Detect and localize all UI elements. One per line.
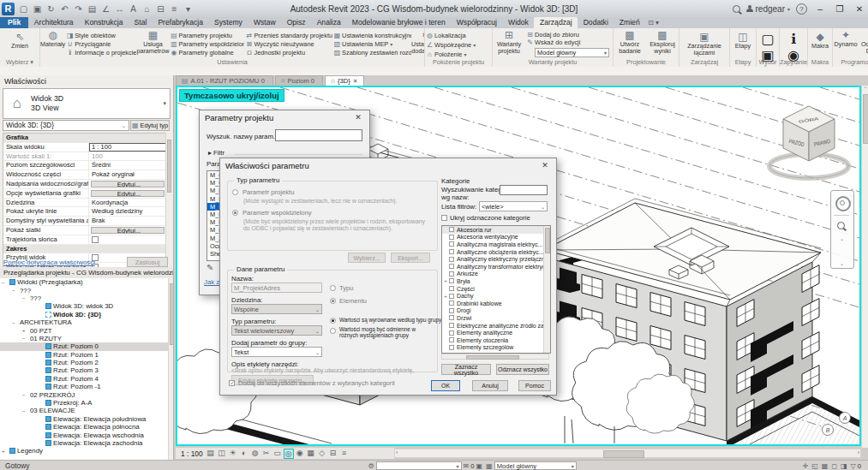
property-row[interactable]: Opcje wyświetlania grafiki Edytuj... xyxy=(3,189,166,199)
vcb-icon[interactable]: ☀ xyxy=(228,449,238,459)
export-button[interactable]: Eksport... xyxy=(391,253,430,263)
category-item[interactable]: Analityczna magistrala elektryc... xyxy=(442,241,544,248)
values-vary-radio[interactable] xyxy=(330,328,336,334)
category-item[interactable]: Elementy otoczenia xyxy=(442,336,544,344)
property-row[interactable]: Dziedzina Koordynacja xyxy=(3,199,166,208)
tree-item[interactable]: − 03 ELEWACJE xyxy=(0,407,169,414)
type-radio[interactable] xyxy=(330,285,336,291)
category-item[interactable]: Drzwi xyxy=(442,314,544,322)
property-row[interactable]: Zakres xyxy=(3,245,166,254)
tree-item[interactable]: Widok 3D: {3D} xyxy=(0,311,169,318)
manage-links-button[interactable]: ▣ Zarządzanie łączami xyxy=(679,30,729,57)
vertical-scrollbar[interactable]: ⌃ xyxy=(861,86,868,448)
hide-unchecked-checkbox[interactable] xyxy=(441,215,447,221)
category-checkbox[interactable] xyxy=(449,286,454,291)
vcb-icon[interactable]: ◫ xyxy=(217,449,227,459)
tree-item[interactable]: + 00 PZT xyxy=(0,326,169,334)
qat-icon[interactable]: ↷ xyxy=(73,4,84,14)
tree-expander-icon[interactable]: − xyxy=(12,320,20,325)
values-aligned-radio[interactable] xyxy=(330,318,336,324)
modify-button[interactable]: ⇖ Zmień xyxy=(0,30,39,50)
property-value[interactable] xyxy=(89,235,166,244)
ribbon-tab[interactable]: Stal xyxy=(129,17,153,28)
properties-scrollbar[interactable] xyxy=(165,133,171,259)
property-value[interactable]: Koordynacja xyxy=(89,199,166,207)
panel-schedule-templates-button[interactable]: ▨Szablony zestawień rozdzielnic ▾ xyxy=(332,49,411,57)
create-study-button[interactable]: ▩ Utwórz badanie xyxy=(615,28,644,57)
qat-icon[interactable]: ▢ xyxy=(18,4,29,14)
project-info-button[interactable]: ℹInformacje o projekcie xyxy=(65,49,136,57)
design-options-status-icon[interactable]: ▦ xyxy=(486,462,493,470)
revit-logo-icon[interactable]: R xyxy=(2,3,15,15)
category-item[interactable]: Analityczny transformator elektryc... xyxy=(442,263,544,271)
type-selector-chevron-icon[interactable]: ▾ xyxy=(163,100,170,107)
property-row[interactable]: Nadpisania widoczności/grafiki Edytuj... xyxy=(3,180,166,189)
coordinates-button[interactable]: ∠Współrzędne ▾ xyxy=(425,40,492,50)
browser-scrollbar[interactable] xyxy=(168,278,173,460)
qat-icon[interactable]: ≡ xyxy=(169,4,180,14)
transfer-standards-button[interactable]: ⇄Przenieś standardy projektu xyxy=(244,31,332,39)
design-options-select[interactable]: Model główny▾ xyxy=(494,461,577,470)
help-button[interactable]: ? xyxy=(796,3,807,15)
category-checkbox[interactable] xyxy=(449,315,454,320)
discipline-select[interactable]: Wspólne⌄ xyxy=(231,304,322,314)
categories-scrollbar[interactable] xyxy=(543,226,550,353)
category-checkbox[interactable] xyxy=(449,323,454,328)
tree-expander-icon[interactable]: − xyxy=(12,288,20,293)
tree-item[interactable]: Rzut: Poziom 2 xyxy=(0,359,169,366)
search-icon[interactable] xyxy=(733,5,740,13)
property-value[interactable] xyxy=(27,245,167,253)
vcb-icon[interactable]: ≡ xyxy=(339,449,350,459)
view-cube[interactable]: GÓRA PRZÓD PRAWO xyxy=(769,106,848,178)
tree-item[interactable]: + Legendy xyxy=(0,447,169,455)
property-value[interactable]: Edytuj... xyxy=(91,181,165,187)
category-item[interactable]: Elementy szczegółów xyxy=(442,344,544,352)
qat-icon[interactable]: ⊟ xyxy=(155,4,166,14)
temporary-hide-isolate-overlay[interactable]: Tymczasowo ukryj/izoluj xyxy=(179,89,284,102)
vcb-icon[interactable]: ◎ xyxy=(284,449,294,459)
help-button[interactable]: Pomoc xyxy=(518,380,551,391)
shared-parameter-radio[interactable] xyxy=(232,210,238,216)
category-checkbox[interactable] xyxy=(449,271,454,277)
property-value[interactable]: Brak xyxy=(89,217,166,225)
select-shared-button[interactable]: Wybierz... xyxy=(348,253,386,263)
category-checkbox[interactable] xyxy=(449,278,454,283)
ribbon-tab[interactable]: Zarządzaj xyxy=(534,17,578,28)
global-parameters-button[interactable]: ◉Parametry globalne xyxy=(169,49,244,57)
tree-expander-icon[interactable]: + xyxy=(22,328,30,333)
materials-button[interactable]: ◍ Materiały xyxy=(40,28,65,57)
vcb-icon[interactable]: ▭ xyxy=(272,449,283,459)
zoom-chevron-icon[interactable]: ⌄ xyxy=(840,235,844,241)
snaps-button[interactable]: ∪Przyciąganie xyxy=(65,39,136,48)
project-units-button[interactable]: ΩJednostki projektu xyxy=(244,49,332,57)
category-checkbox[interactable] xyxy=(449,294,454,299)
ribbon-tab[interactable]: Architektura xyxy=(28,17,79,28)
close-icon[interactable]: ✕ xyxy=(352,113,364,122)
macros-button[interactable]: ◆ Makra xyxy=(808,30,832,50)
category-item[interactable]: Analityczne obciążenia elektryc... xyxy=(442,248,544,256)
property-row[interactable]: Pokaż ukryte linie Według dziedziny xyxy=(3,207,166,217)
element-id-icon[interactable]: ℹ xyxy=(791,31,796,47)
active-design-option-select[interactable]: Model główny▾ xyxy=(535,48,609,57)
view-tab-close-icon[interactable]: ✕ xyxy=(353,78,358,85)
vcb-icon[interactable]: ◉ xyxy=(295,449,305,459)
property-row[interactable]: Grafika xyxy=(3,134,166,143)
filter-expander[interactable]: ▸ Filtr xyxy=(208,149,224,157)
purge-unused-button[interactable]: ⊠Wyczyść nieużywane xyxy=(244,39,332,48)
category-expander-icon[interactable]: + xyxy=(442,278,449,283)
tree-item[interactable]: Rzut: Poziom -1 xyxy=(0,383,169,390)
ribbon-tab[interactable]: Wstaw xyxy=(248,17,281,28)
edit-type-button[interactable]: ▦ Edytuj typ xyxy=(130,120,170,131)
design-options-button[interactable]: ⊞ Warianty projektu xyxy=(493,28,525,57)
ribbon-tab[interactable]: Prefabrykacja xyxy=(153,17,209,28)
zoom-icon[interactable] xyxy=(837,222,845,229)
category-checkbox[interactable] xyxy=(449,337,454,342)
dynamo-button[interactable]: ✦ Dynamo xyxy=(833,28,859,57)
vcb-icon[interactable]: ◐ xyxy=(239,449,249,459)
vcb-icon[interactable]: ⊟ xyxy=(328,449,338,459)
cancel-button[interactable]: Anuluj xyxy=(472,380,508,391)
tree-item[interactable]: − 01 RZUTY xyxy=(0,335,169,342)
property-value[interactable]: Pokaż oryginał xyxy=(89,170,166,179)
qat-icon[interactable]: ↶ xyxy=(59,4,70,14)
category-checkbox[interactable] xyxy=(449,330,454,336)
